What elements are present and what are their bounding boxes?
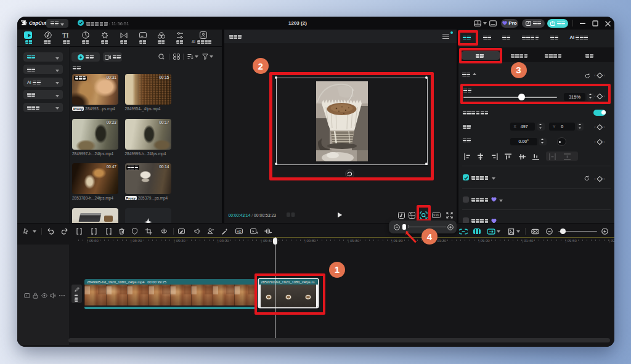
svg-text:HD: HD bbox=[237, 230, 242, 233]
